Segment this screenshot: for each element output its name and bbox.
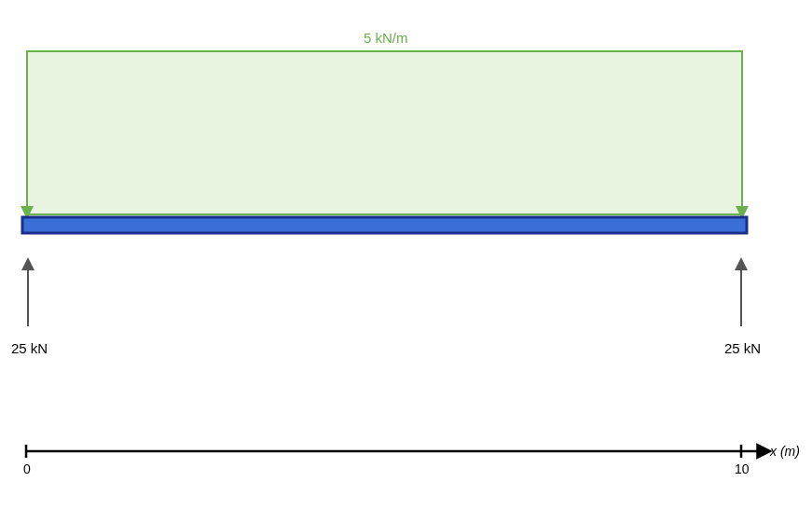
reaction-left-label: 25 kN xyxy=(11,340,48,356)
reaction-right-label: 25 kN xyxy=(724,340,761,356)
distributed-load-region xyxy=(27,51,742,214)
beam-diagram-container: 5 kN/m 25 kN 25 kN x (m) 0 10 xyxy=(0,0,812,509)
beam xyxy=(22,217,747,233)
x-axis-label: x (m) xyxy=(770,444,800,459)
distributed-load-label: 5 kN/m xyxy=(364,30,408,46)
axis-tick-label-10: 10 xyxy=(735,461,750,476)
axis-tick-label-0: 0 xyxy=(23,461,31,476)
diagram-svg xyxy=(0,0,812,509)
